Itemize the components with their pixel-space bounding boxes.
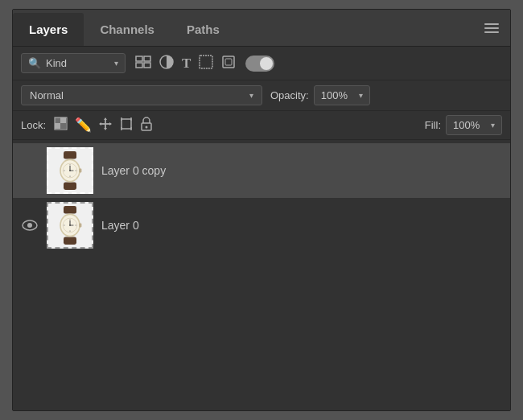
- tab-layers[interactable]: Layers: [13, 13, 84, 46]
- kind-dropdown[interactable]: 🔍 Kind ▾: [21, 53, 126, 73]
- tab-channels[interactable]: Channels: [84, 13, 171, 46]
- filter-row: 🔍 Kind ▾ T: [13, 47, 510, 80]
- tab-paths[interactable]: Paths: [171, 13, 236, 46]
- tab-bar: Layers Channels Paths: [13, 10, 510, 47]
- type-filter-icon[interactable]: T: [182, 56, 191, 72]
- filter-toggle[interactable]: [245, 56, 274, 72]
- opacity-input[interactable]: 100% ▾: [314, 85, 370, 105]
- svg-rect-8: [55, 117, 60, 123]
- blend-row: Normal ▾ Opacity: 100% ▾: [13, 80, 510, 111]
- svg-point-53: [69, 224, 71, 226]
- lock-row: Lock: ✏️: [13, 111, 510, 140]
- filter-icons: T: [135, 55, 236, 72]
- svg-rect-42: [64, 237, 76, 245]
- kind-label: Kind: [46, 57, 67, 69]
- lock-image-pixels-icon[interactable]: ✏️: [75, 117, 92, 134]
- shape-filter-icon[interactable]: [199, 55, 213, 72]
- svg-rect-3: [144, 63, 150, 68]
- layers-list: Layer 0 copy: [13, 140, 510, 410]
- opacity-value: 100%: [321, 89, 348, 101]
- lock-label: Lock:: [21, 119, 46, 131]
- lock-icons: ✏️: [54, 117, 153, 134]
- svg-rect-11: [60, 123, 66, 129]
- layer-item[interactable]: Layer 0 copy: [13, 143, 510, 198]
- fill-group: Fill: 100% ▾: [425, 115, 502, 135]
- svg-rect-10: [55, 123, 60, 129]
- svg-marker-15: [104, 117, 107, 120]
- svg-rect-30: [79, 169, 81, 173]
- opacity-chevron-icon: ▾: [359, 91, 363, 100]
- fill-label: Fill:: [425, 119, 441, 131]
- lock-all-icon[interactable]: [140, 117, 153, 134]
- fill-value: 100%: [453, 119, 480, 131]
- lock-artboard-icon[interactable]: [119, 117, 134, 134]
- svg-rect-0: [136, 56, 142, 61]
- panel-menu-icon[interactable]: [484, 23, 499, 33]
- svg-marker-18: [109, 122, 112, 126]
- smart-filter-icon[interactable]: [221, 55, 236, 72]
- kind-chevron-icon: ▾: [114, 59, 118, 68]
- svg-point-38: [69, 170, 71, 171]
- search-icon: 🔍: [28, 57, 41, 69]
- layer-item[interactable]: Layer 0: [13, 198, 510, 253]
- layer-name-0: Layer 0: [101, 219, 139, 232]
- opacity-group: Opacity: 100% ▾: [270, 85, 370, 105]
- svg-rect-26: [64, 151, 76, 159]
- lock-position-icon[interactable]: [98, 117, 113, 134]
- svg-point-25: [146, 126, 148, 128]
- svg-rect-27: [64, 182, 76, 190]
- layer-name-0-copy: Layer 0 copy: [101, 164, 166, 177]
- svg-rect-2: [144, 56, 150, 61]
- blend-mode-label: Normal: [30, 89, 64, 101]
- pixel-filter-icon[interactable]: [135, 56, 151, 72]
- svg-point-40: [27, 223, 32, 228]
- svg-rect-9: [60, 117, 66, 123]
- fill-input[interactable]: 100% ▾: [446, 115, 502, 135]
- layer-thumbnail-layer-0-copy: [47, 147, 93, 194]
- blend-chevron-icon: ▾: [249, 91, 253, 100]
- layer-thumbnail-layer-0: [47, 202, 93, 249]
- opacity-label: Opacity:: [270, 89, 309, 101]
- svg-rect-1: [136, 63, 142, 68]
- svg-rect-41: [64, 206, 76, 214]
- svg-marker-16: [104, 128, 107, 130]
- visibility-toggle-layer-0[interactable]: [21, 216, 39, 234]
- lock-pixels-icon[interactable]: [54, 117, 68, 134]
- svg-rect-7: [225, 59, 232, 65]
- eye-icon: [22, 219, 38, 232]
- blend-mode-dropdown[interactable]: Normal ▾: [21, 85, 262, 105]
- svg-rect-19: [121, 119, 131, 129]
- svg-rect-45: [79, 224, 81, 228]
- svg-rect-6: [223, 56, 234, 68]
- fill-chevron-icon: ▾: [491, 121, 495, 130]
- adjustment-filter-icon[interactable]: [159, 55, 174, 72]
- svg-rect-5: [200, 56, 212, 68]
- visibility-toggle-layer-0-copy[interactable]: [21, 162, 39, 179]
- svg-marker-17: [99, 122, 101, 126]
- layers-panel: Layers Channels Paths 🔍 Kind ▾: [12, 9, 511, 411]
